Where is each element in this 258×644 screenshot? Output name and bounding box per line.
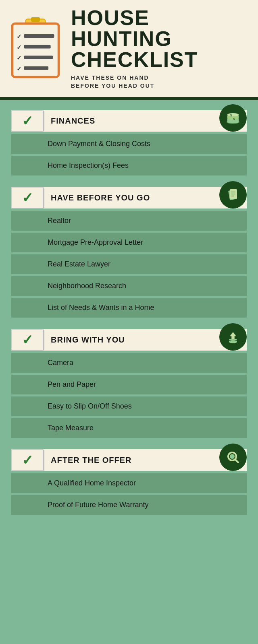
svg-text:$: $	[233, 117, 235, 121]
list-item: Easy to Slip On/Off Shoes	[11, 396, 247, 416]
svg-text:✓: ✓	[17, 33, 22, 40]
svg-line-29	[235, 459, 238, 462]
have-before-title: HAVE BEFORE YOU GO	[44, 188, 156, 208]
after-offer-title: AFTER THE OFFER	[44, 450, 138, 471]
finances-icon: $ $	[219, 104, 247, 132]
svg-rect-6	[24, 45, 50, 49]
svg-text:✓: ✓	[17, 54, 22, 61]
header-text: HOUSE HUNTING CHECKLIST HAVE THESE ON HA…	[71, 7, 198, 90]
list-item: Home Inspection(s) Fees	[11, 156, 247, 175]
svg-rect-10	[24, 66, 48, 70]
bring-checkmark: ✓	[11, 329, 44, 351]
section-finances: $ $ ✓ FINANCES Down Payment & Closing Co…	[11, 110, 247, 175]
svg-text:✓: ✓	[17, 44, 22, 51]
list-item: Pen and Paper	[11, 375, 247, 394]
have-before-header: ✓ HAVE BEFORE YOU GO	[11, 187, 247, 208]
svg-text:✓: ✓	[17, 65, 22, 72]
bring-icon	[219, 323, 247, 351]
after-offer-checkmark: ✓	[11, 449, 44, 471]
finances-title: FINANCES	[44, 111, 102, 131]
header-title: HOUSE HUNTING CHECKLIST	[71, 7, 198, 70]
bring-header: ✓ BRING WITH YOU	[11, 329, 247, 351]
svg-rect-4	[24, 34, 54, 38]
svg-point-15	[227, 113, 239, 116]
svg-text:$: $	[230, 113, 232, 117]
list-item: A Qualified Home Inspector	[11, 473, 247, 493]
after-offer-header: ✓ AFTER THE OFFER	[11, 449, 247, 471]
svg-rect-24	[229, 339, 237, 340]
svg-rect-26	[229, 341, 237, 343]
list-item: List of Needs & Wants in a Home	[11, 298, 247, 318]
list-item: Mortgage Pre-Approval Letter	[11, 233, 247, 252]
finances-header: ✓ FINANCES	[11, 110, 247, 132]
svg-point-28	[230, 454, 235, 459]
list-item: Realtor	[11, 211, 247, 231]
svg-marker-23	[230, 332, 236, 339]
header-subtitle: HAVE THESE ON HAND BEFORE YOU HEAD OUT	[71, 74, 198, 90]
section-after-offer: ✓ AFTER THE OFFER A Qualified Home Inspe…	[11, 449, 247, 515]
magnify-icon	[219, 444, 247, 471]
main-content: $ $ ✓ FINANCES Down Payment & Closing Co…	[0, 100, 258, 524]
section-bring: ✓ BRING WITH YOU Camera Pen and Paper Ea…	[11, 329, 247, 438]
bring-title: BRING WITH YOU	[44, 330, 131, 350]
finances-checkmark: ✓	[11, 110, 44, 132]
list-item: Tape Measure	[11, 418, 247, 438]
header: ✓ ✓ ✓ ✓ HOUSE HUNTING CHECKLIST HAVE THE…	[0, 0, 258, 100]
have-before-checkmark: ✓	[11, 187, 44, 208]
list-item: Camera	[11, 353, 247, 373]
section-have-before: ✓ HAVE BEFORE YOU GO Realtor Mortgage Pr…	[11, 187, 247, 318]
list-item: Down Payment & Closing Costs	[11, 134, 247, 154]
list-item: Real Estate Lawyer	[11, 254, 247, 274]
list-item: Neighborhood Research	[11, 276, 247, 296]
svg-rect-1	[31, 17, 40, 22]
list-item: Proof of Future Home Warranty	[11, 495, 247, 515]
clipboard-icon: ✓ ✓ ✓ ✓	[7, 17, 64, 80]
svg-rect-8	[24, 56, 53, 59]
documents-icon	[219, 181, 247, 208]
